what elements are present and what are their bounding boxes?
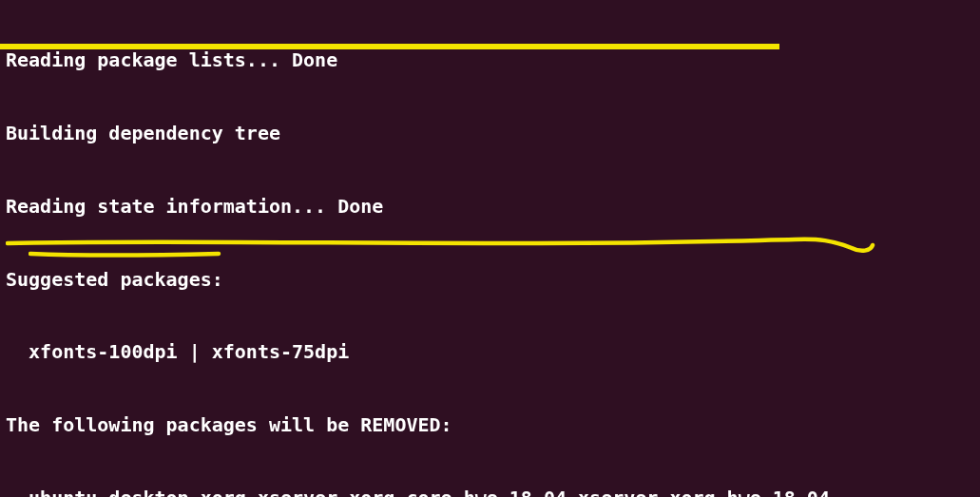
terminal-line: ubuntu-desktop xorg xserver-xorg-core-hw… [0, 487, 980, 497]
terminal-line: Suggested packages: [0, 268, 980, 293]
terminal-line: Reading package lists... Done [0, 48, 980, 73]
terminal-line: Reading state information... Done [0, 195, 980, 220]
terminal-line: xfonts-100dpi | xfonts-75dpi [0, 340, 980, 365]
terminal-line: Building dependency tree [0, 122, 980, 146]
terminal-line: The following packages will be REMOVED: [0, 413, 980, 438]
terminal-window[interactable]: Reading package lists... Done Building d… [0, 0, 980, 497]
